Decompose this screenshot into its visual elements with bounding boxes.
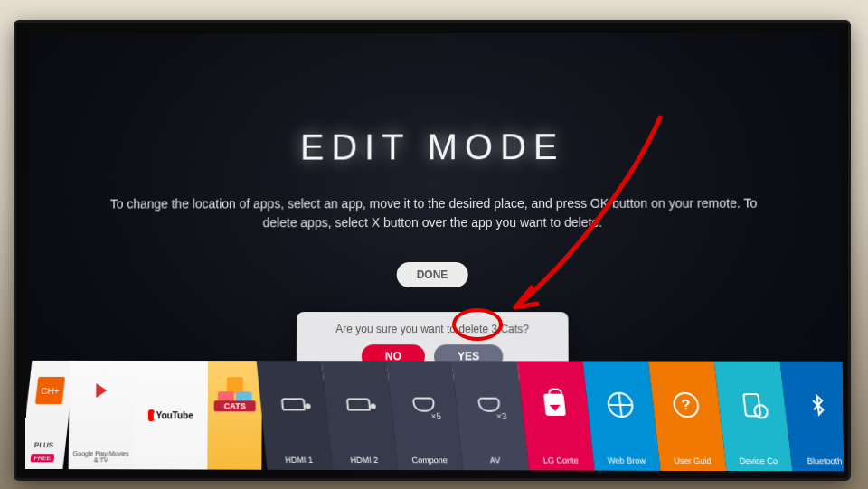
device-connector-icon [742, 393, 761, 417]
app-tile-googleplay[interactable]: Google Play Movies & TV [69, 361, 135, 470]
youtube-icon: YouTube [148, 408, 193, 422]
component-label: Compone [400, 456, 458, 465]
globe-icon [606, 392, 634, 418]
googleplay-label: Google Play Movies & TV [72, 450, 130, 465]
tv-screen: EDIT MODE To change the location of apps… [25, 32, 844, 471]
hdmi2-label: HDMI 2 [335, 456, 393, 465]
userguide-label: User Guid [663, 456, 722, 465]
component-plug-icon: ×5 [412, 398, 436, 412]
bluetooth-label: Bluetooth [795, 456, 844, 465]
hdmi-icon [281, 398, 306, 410]
app-tile-channelplus[interactable]: CH+ PLUS FREE [25, 361, 75, 469]
channelplus-badge: FREE [30, 454, 55, 462]
app-tile-webbrowser[interactable]: Web Brow [583, 361, 661, 470]
bluetooth-icon [806, 394, 830, 416]
app-launcher-row[interactable]: CH+ PLUS FREE Google Play Movies & TV Yo… [25, 361, 844, 472]
hdmi-icon [346, 398, 371, 410]
dialog-message: Are you sure you want to delete 3 Cats? [309, 323, 556, 335]
channelplus-label: PLUS [33, 441, 53, 449]
app-tile-hdmi1[interactable]: HDMI 1 [257, 361, 333, 470]
app-tile-component[interactable]: ×5 Compone [387, 361, 464, 470]
app-tile-deviceconnector[interactable]: Device Co [714, 362, 793, 472]
app-tile-cats[interactable]: CATS [207, 361, 262, 470]
app-tile-av[interactable]: ×3 AV [452, 361, 529, 470]
instruction-text: To change the location of apps, select a… [99, 194, 769, 233]
app-tile-youtube[interactable]: YouTube [133, 361, 208, 470]
channelplus-icon: CH+ [33, 390, 63, 418]
page-title: EDIT MODE [300, 127, 565, 167]
av-plug-icon: ×3 [477, 398, 501, 412]
question-icon: ? [672, 392, 700, 418]
deviceconnector-label: Device Co [729, 456, 788, 465]
lgcontent-label: LG Conte [531, 456, 590, 465]
av-label: AV [466, 456, 525, 465]
cats-icon: CATS [214, 388, 256, 420]
googleplay-icon [96, 397, 107, 411]
shopping-bag-icon [543, 394, 566, 416]
app-tile-lgcontent[interactable]: LG Conte [517, 361, 595, 470]
hdmi1-label: HDMI 1 [269, 456, 328, 465]
webbrowser-label: Web Brow [597, 456, 656, 465]
tv-frame: EDIT MODE To change the location of apps… [16, 23, 848, 478]
done-button[interactable]: DONE [397, 262, 468, 287]
app-tile-hdmi2[interactable]: HDMI 2 [322, 361, 399, 470]
app-tile-userguide[interactable]: ? User Guid [648, 362, 726, 472]
